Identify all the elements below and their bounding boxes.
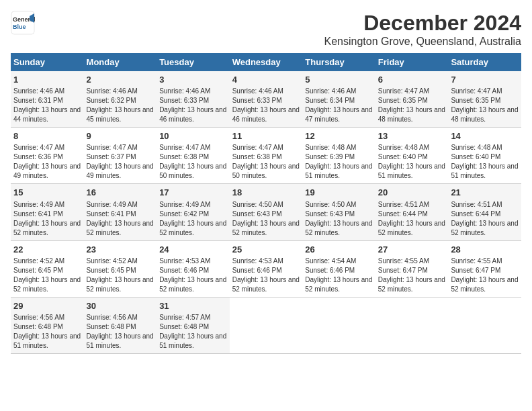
- sunset-info: Sunset: 6:41 PM: [87, 210, 154, 219]
- calendar-day-27: 27 Sunrise: 4:55 AM Sunset: 6:47 PM Dayl…: [375, 240, 449, 297]
- sunrise-info: Sunrise: 4:53 AM: [159, 257, 227, 266]
- sunrise-info: Sunrise: 4:46 AM: [87, 87, 154, 96]
- sunset-info: Sunset: 6:47 PM: [378, 266, 446, 275]
- day-number: 17: [159, 187, 227, 199]
- sunset-info: Sunset: 6:31 PM: [13, 96, 81, 105]
- day-number: 22: [13, 244, 81, 256]
- sunset-info: Sunset: 6:38 PM: [159, 152, 227, 162]
- sunrise-info: Sunrise: 4:47 AM: [159, 143, 227, 152]
- day-number: 19: [305, 187, 373, 199]
- sunrise-info: Sunrise: 4:52 AM: [87, 257, 154, 266]
- svg-rect-0: [11, 11, 34, 34]
- sunset-info: Sunset: 6:33 PM: [159, 96, 227, 105]
- calendar-day-7: 7 Sunrise: 4:47 AM Sunset: 6:35 PM Dayli…: [448, 71, 521, 128]
- sunset-info: Sunset: 6:48 PM: [13, 322, 81, 332]
- day-number: 23: [87, 244, 154, 256]
- day-number: 14: [451, 130, 519, 142]
- sunset-info: Sunset: 6:38 PM: [232, 152, 300, 162]
- day-header-wednesday: Wednesday: [230, 53, 303, 71]
- daylight-info: Daylight: 13 hours and 51 minutes.: [87, 332, 154, 351]
- day-number: 7: [451, 74, 519, 86]
- empty-cell: [230, 297, 303, 353]
- day-number: 27: [378, 244, 446, 256]
- day-header-saturday: Saturday: [448, 53, 521, 71]
- empty-cell: [448, 297, 521, 353]
- sunset-info: Sunset: 6:33 PM: [232, 96, 300, 105]
- day-number: 3: [159, 74, 227, 86]
- daylight-info: Daylight: 13 hours and 50 minutes.: [159, 162, 227, 181]
- calendar-day-17: 17 Sunrise: 4:49 AM Sunset: 6:42 PM Dayl…: [157, 184, 230, 240]
- daylight-info: Daylight: 13 hours and 51 minutes.: [378, 162, 446, 181]
- sunrise-info: Sunrise: 4:55 AM: [378, 257, 446, 266]
- sunset-info: Sunset: 6:48 PM: [159, 322, 227, 332]
- sunset-info: Sunset: 6:45 PM: [87, 266, 154, 275]
- daylight-info: Daylight: 13 hours and 52 minutes.: [159, 275, 227, 294]
- sunrise-info: Sunrise: 4:49 AM: [87, 200, 154, 210]
- sunset-info: Sunset: 6:39 PM: [305, 152, 373, 162]
- sunrise-info: Sunrise: 4:50 AM: [305, 200, 373, 210]
- day-number: 13: [378, 130, 446, 142]
- sunrise-info: Sunrise: 4:55 AM: [451, 257, 519, 266]
- day-number: 1: [13, 74, 81, 86]
- daylight-info: Daylight: 13 hours and 44 minutes.: [13, 105, 81, 124]
- sunrise-info: Sunrise: 4:56 AM: [13, 313, 81, 322]
- day-header-monday: Monday: [84, 53, 157, 71]
- daylight-info: Daylight: 13 hours and 48 minutes.: [378, 105, 446, 124]
- svg-text:Blue: Blue: [13, 24, 26, 30]
- calendar-day-21: 21 Sunrise: 4:51 AM Sunset: 6:44 PM Dayl…: [448, 184, 521, 240]
- calendar-day-8: 8 Sunrise: 4:47 AM Sunset: 6:36 PM Dayli…: [11, 128, 84, 184]
- daylight-info: Daylight: 13 hours and 52 minutes.: [13, 275, 81, 294]
- calendar-day-2: 2 Sunrise: 4:46 AM Sunset: 6:32 PM Dayli…: [84, 71, 157, 128]
- sunset-info: Sunset: 6:42 PM: [159, 210, 227, 219]
- day-number: 21: [451, 187, 519, 199]
- calendar-day-10: 10 Sunrise: 4:47 AM Sunset: 6:38 PM Dayl…: [157, 128, 230, 184]
- sunrise-info: Sunrise: 4:51 AM: [451, 200, 519, 210]
- sunset-info: Sunset: 6:35 PM: [451, 96, 519, 105]
- daylight-info: Daylight: 13 hours and 52 minutes.: [87, 275, 154, 294]
- daylight-info: Daylight: 13 hours and 52 minutes.: [87, 219, 154, 238]
- daylight-info: Daylight: 13 hours and 51 minutes.: [159, 332, 227, 351]
- day-number: 5: [305, 74, 373, 86]
- calendar-day-14: 14 Sunrise: 4:48 AM Sunset: 6:40 PM Dayl…: [448, 128, 521, 184]
- daylight-info: Daylight: 13 hours and 51 minutes.: [305, 162, 373, 181]
- sunrise-info: Sunrise: 4:48 AM: [451, 143, 519, 152]
- calendar-day-15: 15 Sunrise: 4:49 AM Sunset: 6:41 PM Dayl…: [11, 184, 84, 240]
- calendar-day-25: 25 Sunrise: 4:53 AM Sunset: 6:46 PM Dayl…: [230, 240, 303, 297]
- sunrise-info: Sunrise: 4:47 AM: [451, 87, 519, 96]
- day-header-friday: Friday: [375, 53, 449, 71]
- day-number: 31: [159, 300, 227, 312]
- daylight-info: Daylight: 13 hours and 51 minutes.: [451, 162, 519, 181]
- day-header-thursday: Thursday: [302, 53, 375, 71]
- daylight-info: Daylight: 13 hours and 48 minutes.: [451, 105, 519, 124]
- sunset-info: Sunset: 6:40 PM: [378, 152, 446, 162]
- sunrise-info: Sunrise: 4:47 AM: [13, 143, 81, 152]
- sunset-info: Sunset: 6:44 PM: [451, 210, 519, 219]
- sunrise-info: Sunrise: 4:46 AM: [232, 87, 300, 96]
- sunrise-info: Sunrise: 4:46 AM: [159, 87, 227, 96]
- sunrise-info: Sunrise: 4:46 AM: [13, 87, 81, 96]
- calendar-week-4: 22 Sunrise: 4:52 AM Sunset: 6:45 PM Dayl…: [11, 240, 521, 297]
- calendar-day-23: 23 Sunrise: 4:52 AM Sunset: 6:45 PM Dayl…: [84, 240, 157, 297]
- sunset-info: Sunset: 6:46 PM: [159, 266, 227, 275]
- day-number: 8: [13, 130, 81, 142]
- sunset-info: Sunset: 6:37 PM: [87, 152, 154, 162]
- day-number: 9: [87, 130, 154, 142]
- sunset-info: Sunset: 6:40 PM: [451, 152, 519, 162]
- calendar-day-18: 18 Sunrise: 4:50 AM Sunset: 6:43 PM Dayl…: [230, 184, 303, 240]
- daylight-info: Daylight: 13 hours and 52 minutes.: [232, 275, 300, 294]
- day-number: 30: [87, 300, 154, 312]
- daylight-info: Daylight: 13 hours and 49 minutes.: [87, 162, 154, 181]
- sunrise-info: Sunrise: 4:49 AM: [159, 200, 227, 210]
- sunrise-info: Sunrise: 4:52 AM: [13, 257, 81, 266]
- day-number: 15: [13, 187, 81, 199]
- sunrise-info: Sunrise: 4:57 AM: [159, 313, 227, 322]
- calendar-day-6: 6 Sunrise: 4:47 AM Sunset: 6:35 PM Dayli…: [375, 71, 449, 128]
- calendar-day-1: 1 Sunrise: 4:46 AM Sunset: 6:31 PM Dayli…: [11, 71, 84, 128]
- sunset-info: Sunset: 6:36 PM: [13, 152, 81, 162]
- daylight-info: Daylight: 13 hours and 45 minutes.: [87, 105, 154, 124]
- daylight-info: Daylight: 13 hours and 46 minutes.: [159, 105, 227, 124]
- sunrise-info: Sunrise: 4:56 AM: [87, 313, 154, 322]
- calendar-day-28: 28 Sunrise: 4:55 AM Sunset: 6:47 PM Dayl…: [448, 240, 521, 297]
- calendar-day-11: 11 Sunrise: 4:47 AM Sunset: 6:38 PM Dayl…: [230, 128, 303, 184]
- calendar-body: 1 Sunrise: 4:46 AM Sunset: 6:31 PM Dayli…: [11, 71, 521, 353]
